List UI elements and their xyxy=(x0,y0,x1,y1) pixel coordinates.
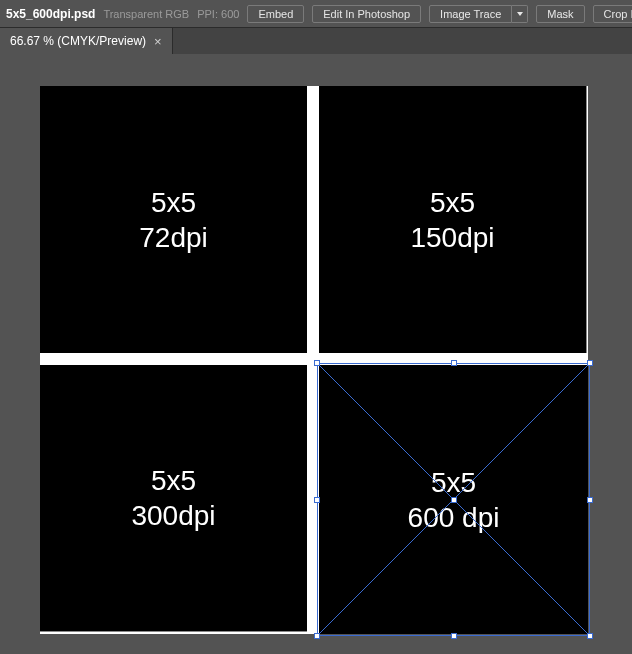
artboard: 5x5 72dpi 5x5 150dpi 5x5 300dpi 5x5 600 … xyxy=(40,86,588,634)
document-tab-bar: 66.67 % (CMYK/Preview) × xyxy=(0,28,632,54)
quadrant-150dpi: 5x5 150dpi xyxy=(319,86,587,353)
quad-title: 5x5 xyxy=(151,463,196,498)
selection-handle-sw[interactable] xyxy=(314,633,320,639)
ppi-value: 600 xyxy=(221,8,239,20)
selection-handle-ne[interactable] xyxy=(587,360,593,366)
quadrant-72dpi: 5x5 72dpi xyxy=(40,86,307,353)
close-tab-button[interactable]: × xyxy=(154,34,162,49)
document-tab[interactable]: 66.67 % (CMYK/Preview) × xyxy=(0,28,173,54)
canvas-workspace[interactable]: 5x5 72dpi 5x5 150dpi 5x5 300dpi 5x5 600 … xyxy=(0,54,632,654)
quad-title: 5x5 xyxy=(431,465,476,500)
mask-button[interactable]: Mask xyxy=(536,5,584,23)
ppi-label-text: PPI: xyxy=(197,8,218,20)
image-trace-button[interactable]: Image Trace xyxy=(429,5,512,23)
selection-handle-center[interactable] xyxy=(451,497,457,503)
embed-button[interactable]: Embed xyxy=(247,5,304,23)
selection-handle-nw[interactable] xyxy=(314,360,320,366)
quad-title: 5x5 xyxy=(430,185,475,220)
crop-image-button[interactable]: Crop Imag xyxy=(593,5,632,23)
chevron-down-icon xyxy=(516,10,524,18)
selection-handle-w[interactable] xyxy=(314,497,320,503)
ppi-label: PPI: 600 xyxy=(197,8,239,20)
options-bar: 5x5_600dpi.psd Transparent RGB PPI: 600 … xyxy=(0,0,632,28)
selection-handle-e[interactable] xyxy=(587,497,593,503)
selection-handle-se[interactable] xyxy=(587,633,593,639)
quadrant-300dpi: 5x5 300dpi xyxy=(40,365,307,632)
selection-handle-n[interactable] xyxy=(451,360,457,366)
quad-subtitle: 600 dpi xyxy=(408,500,500,535)
document-tab-label: 66.67 % (CMYK/Preview) xyxy=(10,34,146,48)
quad-subtitle: 150dpi xyxy=(410,220,494,255)
quad-subtitle: 300dpi xyxy=(131,498,215,533)
image-trace-split-button: Image Trace xyxy=(429,5,528,23)
image-trace-dropdown[interactable] xyxy=(512,5,528,23)
quad-subtitle: 72dpi xyxy=(139,220,208,255)
quad-title: 5x5 xyxy=(151,185,196,220)
color-mode-label: Transparent RGB xyxy=(103,8,189,20)
linked-file-name: 5x5_600dpi.psd xyxy=(6,7,95,21)
selection-handle-s[interactable] xyxy=(451,633,457,639)
edit-in-photoshop-button[interactable]: Edit In Photoshop xyxy=(312,5,421,23)
